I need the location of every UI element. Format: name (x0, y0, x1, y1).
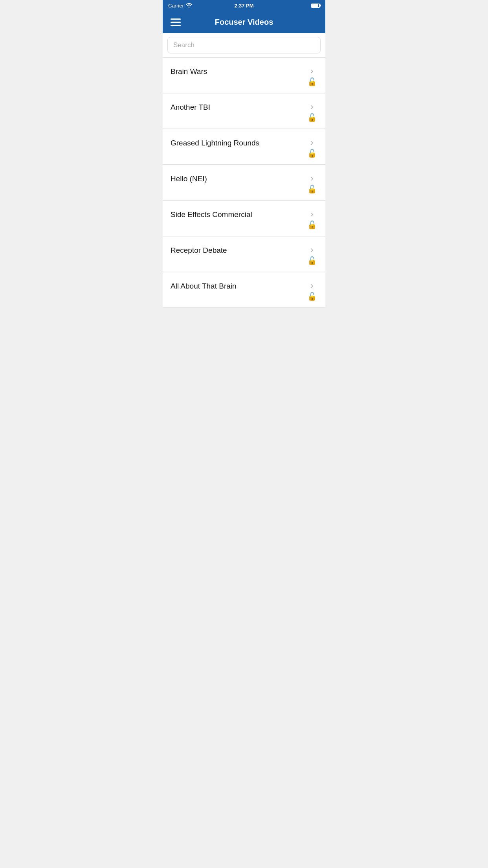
list-item[interactable]: Greased Lightning Rounds › 🔓 (163, 129, 325, 165)
search-input[interactable] (167, 37, 321, 53)
status-bar-left: Carrier (168, 3, 192, 9)
search-container (163, 33, 325, 58)
lock-icon: 🔓 (307, 257, 317, 265)
lock-icon: 🔓 (307, 221, 317, 229)
lock-icon: 🔓 (307, 292, 317, 300)
chevron-right-icon: › (310, 174, 313, 183)
video-item-actions: › 🔓 (305, 103, 319, 121)
lock-icon: 🔓 (307, 185, 317, 193)
video-title: Receptor Debate (171, 246, 305, 255)
list-item[interactable]: Receptor Debate › 🔓 (163, 237, 325, 272)
lock-icon: 🔓 (307, 114, 317, 121)
chevron-right-icon: › (310, 281, 313, 290)
list-item[interactable]: Hello (NEI) › 🔓 (163, 165, 325, 200)
status-bar-right (311, 4, 320, 8)
chevron-right-icon: › (310, 103, 313, 111)
page-title: Focuser Videos (215, 18, 273, 27)
video-item-actions: › 🔓 (305, 174, 319, 193)
status-bar: Carrier 2:37 PM (163, 0, 325, 11)
video-title: Another TBI (171, 103, 305, 112)
lock-icon: 🔓 (307, 78, 317, 86)
chevron-right-icon: › (310, 67, 313, 75)
list-item[interactable]: Brain Wars › 🔓 (163, 58, 325, 93)
video-item-actions: › 🔓 (305, 281, 319, 300)
video-item-actions: › 🔓 (305, 246, 319, 265)
header: Focuser Videos (163, 11, 325, 33)
video-item-actions: › 🔓 (305, 210, 319, 229)
chevron-right-icon: › (310, 210, 313, 219)
video-title: Hello (NEI) (171, 175, 305, 183)
chevron-right-icon: › (310, 246, 313, 254)
video-title: Greased Lightning Rounds (171, 139, 305, 147)
list-item[interactable]: All About That Brain › 🔓 (163, 272, 325, 308)
chevron-right-icon: › (310, 138, 313, 147)
video-item-actions: › 🔓 (305, 67, 319, 86)
battery-icon (311, 4, 320, 8)
status-bar-time: 2:37 PM (234, 3, 253, 9)
video-title: Brain Wars (171, 67, 305, 76)
video-title: Side Effects Commercial (171, 210, 305, 219)
wifi-icon (186, 3, 192, 9)
list-item[interactable]: Another TBI › 🔓 (163, 94, 325, 129)
hamburger-menu-button[interactable] (169, 17, 182, 28)
video-title: All About That Brain (171, 282, 305, 291)
lock-icon: 🔓 (307, 149, 317, 157)
video-item-actions: › 🔓 (305, 138, 319, 157)
carrier-label: Carrier (168, 3, 184, 9)
list-item[interactable]: Side Effects Commercial › 🔓 (163, 201, 325, 236)
video-list: Brain Wars › 🔓 Another TBI › 🔓 Greased L… (163, 58, 325, 308)
